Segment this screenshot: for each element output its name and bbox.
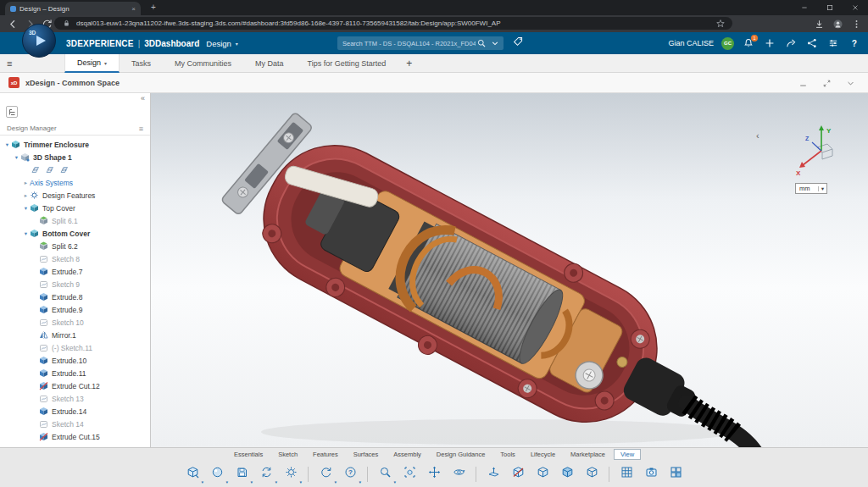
tree-item-extrude-8[interactable]: Extrude.8 [0, 291, 150, 303]
actionbar-tab-design-guidance[interactable]: Design Guidance [430, 449, 492, 460]
preferences-button[interactable] [826, 36, 840, 50]
section-name[interactable]: Design [206, 39, 231, 48]
caret-down-icon[interactable]: ▾ [3, 141, 11, 148]
caret-right-icon[interactable]: ▸ [22, 192, 30, 199]
tree-item-sketch-13[interactable]: Sketch 13 [0, 392, 150, 405]
new-tab-button[interactable]: + [147, 3, 159, 12]
tree-item-reference-planes[interactable]: XYYZZX [0, 163, 150, 176]
maximize-icon[interactable] [817, 0, 843, 15]
tool-zoom-button[interactable]: ▾ [374, 463, 396, 485]
tree-item-extrude-7[interactable]: Extrude.7 [0, 265, 150, 278]
plane-xy-icon[interactable]: XY [30, 165, 41, 174]
dashboard-tab-tasks[interactable]: Tasks [120, 54, 163, 73]
tree-item-extrude-9[interactable]: Extrude.9 [0, 303, 150, 316]
tool-fit-all-button[interactable] [398, 463, 420, 485]
view-triad[interactable]: Y X Z [793, 122, 848, 176]
tool-render-style-button[interactable]: ▾ [206, 463, 228, 485]
tree-item-bottom-cover[interactable]: ▾Bottom Cover [0, 227, 150, 240]
tool-refresh-view-button[interactable]: ▾ [314, 463, 337, 485]
chevron-down-icon[interactable]: ▾ [236, 41, 238, 47]
add-button[interactable] [763, 36, 776, 50]
tree-item-sketch-11[interactable]: (-) Sketch.11 [0, 341, 150, 354]
win-collapse-icon[interactable] [844, 77, 856, 89]
platform-search[interactable] [337, 36, 504, 50]
download-icon[interactable] [812, 17, 826, 30]
plane-zx-icon[interactable]: ZX [58, 165, 70, 174]
tree-item-sketch-8[interactable]: Sketch 8 [0, 252, 150, 265]
dashboard-tab-tips-for-getting-started[interactable]: Tips for Getting Started [296, 54, 398, 73]
viewport-prev-chevron[interactable]: ‹ [756, 130, 760, 141]
tree-item-sketch-9[interactable]: Sketch 9 [0, 278, 150, 291]
tree-display-toggle-button[interactable] [6, 106, 18, 118]
tool-save-button[interactable]: ▾ [231, 463, 253, 485]
tool-rotate-button[interactable] [448, 463, 470, 485]
caret-down-icon[interactable]: ▾ [13, 154, 20, 161]
add-dashboard-tab-button[interactable]: + [398, 54, 420, 73]
tree-item-sketch-14[interactable]: Sketch 14 [0, 418, 150, 430]
caret-down-icon[interactable]: ▾ [22, 205, 30, 212]
caret-down-icon[interactable]: ▾ [22, 230, 30, 237]
tool-capture-button[interactable] [640, 463, 662, 485]
actionbar-tab-essentials[interactable]: Essentials [227, 449, 270, 460]
tree-item-sketch-10[interactable]: Sketch 10 [0, 316, 150, 329]
tree-item-extrude-10[interactable]: Extrude.10 [0, 354, 150, 367]
caret-right-icon[interactable]: ▸ [22, 180, 30, 186]
tool-settings-button[interactable]: ▾ [280, 463, 302, 485]
tag-icon[interactable] [512, 36, 524, 51]
actionbar-tab-sketch[interactable]: Sketch [271, 449, 304, 460]
profile-icon[interactable] [831, 17, 844, 30]
search-input[interactable] [342, 40, 476, 47]
actionbar-tab-lifecycle[interactable]: Lifecycle [524, 449, 562, 460]
tool-grid-button[interactable] [615, 463, 637, 485]
tree-item-extrude-14[interactable]: Extrude.14 [0, 405, 150, 418]
tool-wireframe-button[interactable] [581, 463, 603, 485]
browser-tab[interactable]: Design – Design × [5, 2, 141, 15]
actionbar-tab-view[interactable]: View [614, 449, 641, 460]
avatar[interactable]: GC [721, 37, 734, 50]
dashboard-tab-design[interactable]: Design▾ [64, 54, 120, 73]
chevron-down-small-icon[interactable] [489, 37, 501, 49]
tool-hide-show-button[interactable] [531, 463, 554, 485]
tool-update-button[interactable]: ▾ [255, 463, 277, 485]
3d-model-trimmer[interactable] [151, 93, 868, 447]
menu-kebab-icon[interactable] [849, 17, 863, 30]
notifications-button[interactable]: 1 [742, 36, 755, 50]
tree-item-3d-shape-1[interactable]: ▾3D Shape 1 [0, 151, 150, 163]
tool-normal-to-button[interactable] [482, 463, 504, 485]
tool-multi-view-button[interactable] [665, 463, 687, 485]
bookmark-star-icon[interactable] [714, 17, 727, 30]
actionbar-tab-marketplace[interactable]: Marketplace [564, 449, 612, 460]
dashboard-tab-my-communities[interactable]: My Communities [163, 54, 243, 73]
share-button[interactable] [784, 36, 798, 50]
tree-item-split-6-2[interactable]: Split 6.2 [0, 240, 150, 252]
address-bar[interactable]: dsqal013-euw1-23qna11202-ifwe.3ds-stagin… [54, 17, 732, 30]
units-selector[interactable]: mm ▼ [795, 183, 827, 194]
tab-close-icon[interactable]: × [131, 5, 136, 13]
search-icon[interactable] [476, 37, 487, 49]
tool-help-tool-button[interactable]: ?▾ [339, 463, 361, 485]
3d-viewport[interactable]: ‹ Y X Z mm ▼ [151, 93, 868, 447]
tree-item-extrude-11[interactable]: Extrude.11 [0, 367, 150, 379]
tree-item-extrude-cut-12[interactable]: Extrude Cut.12 [0, 379, 150, 392]
tree-item-top-cover[interactable]: ▾Top Cover [0, 202, 150, 214]
back-icon[interactable] [5, 17, 20, 30]
3dexperience-compass-icon[interactable]: 3D [22, 24, 56, 58]
win-expand-icon[interactable] [821, 77, 832, 89]
help-button[interactable]: ? [848, 36, 861, 50]
plane-yz-icon[interactable]: YZ [44, 165, 55, 174]
tree-item-trimmer-enclosure[interactable]: ▾Trimmer Enclosure [0, 138, 150, 151]
tool-view-state-button[interactable]: ▾ [181, 463, 203, 485]
tree-item-split-6-1[interactable]: Split 6.1 [0, 214, 150, 227]
hamburger-menu-icon[interactable]: ≡ [7, 54, 12, 73]
actionbar-tab-features[interactable]: Features [306, 449, 345, 460]
panel-collapse-icon[interactable]: « [141, 94, 145, 102]
actionbar-tab-assembly[interactable]: Assembly [387, 449, 428, 460]
win-minimize-icon[interactable] [797, 77, 809, 89]
dashboard-tab-my-data[interactable]: My Data [243, 54, 296, 73]
minimize-icon[interactable] [792, 0, 817, 15]
design-manager-menu-icon[interactable]: ≡ [139, 125, 143, 133]
user-name[interactable]: Gian CALISE [668, 39, 714, 47]
tree-item-axis-systems[interactable]: ▸Axis Systems [0, 176, 150, 189]
actionbar-tab-tools[interactable]: Tools [493, 449, 522, 460]
tool-section-button[interactable] [507, 463, 529, 485]
